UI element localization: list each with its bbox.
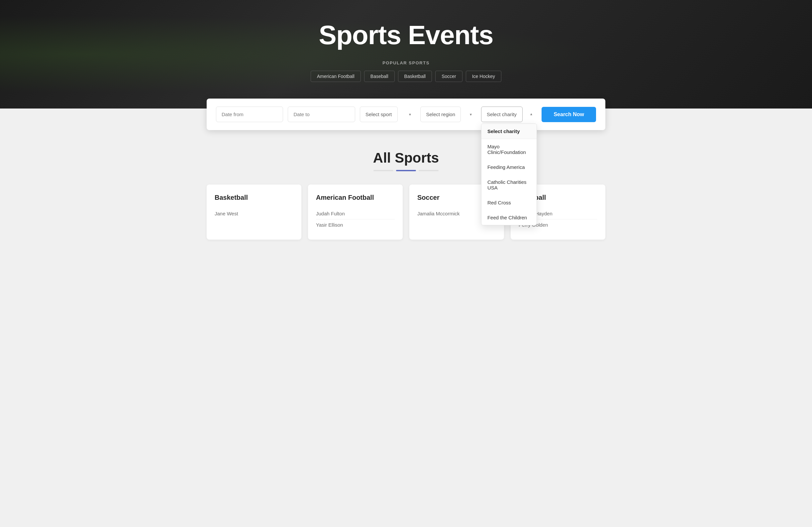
card-person-name: Yasir Ellison — [316, 220, 395, 230]
charity-dropdown-item[interactable]: Feed the Children — [481, 210, 537, 225]
chevron-down-icon: ▾ — [409, 112, 411, 117]
date-from-input[interactable] — [216, 107, 283, 122]
card-person-name: Judah Fulton — [316, 208, 395, 220]
divider-right — [419, 170, 438, 171]
sports-cards-grid: BasketballJane WestAmerican FootballJuda… — [207, 184, 605, 240]
charity-dropdown-item[interactable]: Mayo Clinic/Foundation — [481, 139, 537, 160]
search-bar-wrapper: Select sport ▾ Select region ▾ Select ch… — [0, 99, 812, 130]
sport-tag-basketball[interactable]: Basketball — [398, 71, 432, 82]
section-divider — [13, 170, 799, 171]
card-sport-title: Basketball — [215, 194, 293, 201]
select-region-wrapper: Select region ▾ — [420, 107, 476, 122]
sport-tag-soccer[interactable]: Soccer — [435, 71, 463, 82]
charity-dropdown-item[interactable]: Feeding America — [481, 160, 537, 175]
charity-dropdown-item[interactable]: Catholic Charities USA — [481, 175, 537, 195]
sport-tag-ice-hockey[interactable]: Ice Hockey — [466, 71, 501, 82]
sport-tag-baseball[interactable]: Baseball — [364, 71, 395, 82]
search-now-button[interactable]: Search Now — [541, 107, 596, 122]
hero-section: Sports Events POPULAR SPORTS American Fo… — [0, 0, 812, 108]
divider-left — [374, 170, 393, 171]
main-content: All Sports BasketballJane WestAmerican F… — [0, 130, 812, 259]
all-sports-title: All Sports — [13, 150, 799, 166]
sport-card: BasketballJane West — [207, 184, 301, 240]
select-sport-dropdown[interactable]: Select sport — [360, 107, 398, 122]
page-title: Sports Events — [319, 20, 493, 50]
select-charity-wrapper: Select charity ▾ Select charity Mayo Cli… — [481, 107, 537, 122]
charity-dropdown-header: Select charity — [481, 124, 537, 139]
sports-tags-container: American FootballBaseballBasketballSocce… — [311, 71, 501, 82]
divider-accent — [396, 170, 416, 171]
chevron-down-icon: ▾ — [470, 112, 472, 117]
search-bar: Select sport ▾ Select region ▾ Select ch… — [207, 99, 605, 130]
charity-dropdown-menu: Select charity Mayo Clinic/FoundationFee… — [481, 123, 537, 225]
sport-card: American FootballJudah FultonYasir Ellis… — [308, 184, 403, 240]
charity-dropdown-item[interactable]: Red Cross — [481, 195, 537, 210]
popular-sports-label: POPULAR SPORTS — [382, 60, 430, 65]
sport-tag-american-football[interactable]: American Football — [311, 71, 361, 82]
select-charity-dropdown[interactable]: Select charity — [481, 107, 523, 122]
select-region-dropdown[interactable]: Select region — [420, 107, 461, 122]
card-sport-title: American Football — [316, 194, 395, 201]
select-sport-wrapper: Select sport ▾ — [360, 107, 416, 122]
card-person-name: Jane West — [215, 208, 293, 219]
date-to-input[interactable] — [288, 107, 355, 122]
chevron-up-icon: ▾ — [530, 112, 532, 117]
